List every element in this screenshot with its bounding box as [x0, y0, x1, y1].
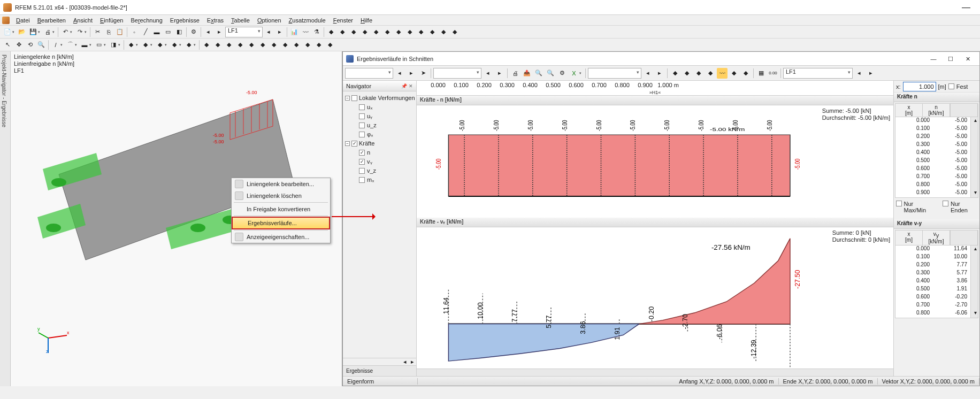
- table-row[interactable]: 0.100-5.00: [895, 125, 978, 133]
- menu-hilfe[interactable]: Hilfe: [357, 16, 376, 25]
- dlg-misc-icon[interactable]: ◆: [705, 68, 716, 79]
- tree-leaf-phix[interactable]: φₓ: [344, 130, 415, 139]
- table-row[interactable]: 0.300-5.00: [895, 141, 978, 149]
- dlg-misc-icon[interactable]: ◆: [693, 68, 704, 79]
- tb-misc-icon[interactable]: ◆: [427, 27, 438, 37]
- dlg-next3-icon[interactable]: ▸: [654, 68, 665, 79]
- tb2-misc-icon[interactable]: ◆: [169, 40, 180, 50]
- charts-hscroll[interactable]: [417, 369, 893, 376]
- tb-prev-icon[interactable]: ◂: [203, 27, 213, 37]
- tb2-misc-icon[interactable]: ◆: [302, 40, 313, 50]
- table-row[interactable]: 0.700-5.00: [895, 173, 978, 181]
- menu-einfuegen[interactable]: Einfügen: [97, 16, 126, 25]
- table-row[interactable]: 0.800-5.00: [895, 181, 978, 189]
- fest-checkbox[interactable]: [948, 83, 954, 89]
- tb2-rotate-icon[interactable]: ⟲: [25, 40, 35, 50]
- cm-convert-release[interactable]: In Freigabe konvertieren: [232, 203, 330, 215]
- cm-edit-hinge[interactable]: Liniengelenk bearbeiten...: [232, 178, 330, 190]
- dlg-next-icon[interactable]: ▸: [406, 68, 417, 79]
- menu-ansicht[interactable]: Ansicht: [70, 16, 96, 25]
- dialog-maximize-button[interactable]: ☐: [942, 53, 959, 64]
- table-row[interactable]: 0.700-2.70: [895, 302, 978, 310]
- tb2-misc-icon[interactable]: ◆: [313, 40, 324, 50]
- cm-result-diagrams[interactable]: Ergebnisverläufe...: [232, 217, 330, 229]
- table-row[interactable]: 0.600-0.20: [895, 294, 978, 302]
- tb2-rect-icon[interactable]: ▭: [94, 40, 104, 50]
- tb2-zoom-icon[interactable]: 🔍: [36, 40, 47, 50]
- tb2-misc-icon[interactable]: ◆: [140, 40, 151, 50]
- tb-calc-icon[interactable]: ⚙: [188, 27, 199, 37]
- tb2-misc-icon[interactable]: ◆: [257, 40, 268, 50]
- table-row[interactable]: 0.000-5.00▴: [895, 117, 978, 125]
- table-row[interactable]: 0.900-5.00▾: [895, 189, 978, 197]
- hscroll-right-icon[interactable]: ▸: [409, 358, 416, 365]
- tb-copy-icon[interactable]: ⎘: [103, 27, 114, 37]
- dlg-prev2-icon[interactable]: ◂: [483, 68, 493, 79]
- dlg-export-icon[interactable]: 📤: [522, 68, 532, 79]
- cm-delete-hinge[interactable]: Liniengelenk löschen: [232, 190, 330, 202]
- tb-misc-icon[interactable]: ◆: [416, 27, 426, 37]
- dlg-misc-icon[interactable]: ◆: [729, 68, 739, 79]
- tb-next2-icon[interactable]: ▸: [274, 27, 285, 37]
- dlg-misc-icon[interactable]: ◆: [682, 68, 692, 79]
- tree-leaf-vy[interactable]: ✓vᵧ: [344, 157, 415, 166]
- tb-misc-icon[interactable]: ◆: [449, 27, 460, 37]
- tree-node-forces[interactable]: −✓Kräfte: [344, 139, 415, 148]
- tb2-line-icon[interactable]: /: [50, 40, 61, 50]
- table-row[interactable]: 0.500-5.00: [895, 157, 978, 165]
- tb-misc-icon[interactable]: ◆: [359, 27, 370, 37]
- tb-prev2-icon[interactable]: ◂: [263, 27, 274, 37]
- tb-misc-icon[interactable]: ◆: [393, 27, 404, 37]
- dlg-combo-3[interactable]: [588, 68, 641, 79]
- tb-save-icon[interactable]: 💾: [28, 27, 39, 37]
- dlg-zoomfit-icon[interactable]: 🔍: [533, 68, 544, 79]
- tb2-misc-icon[interactable]: ◆: [212, 40, 223, 50]
- tb-filter-icon[interactable]: ⚗: [311, 27, 322, 37]
- dlg-lf-combo[interactable]: LF1: [783, 68, 853, 79]
- model-viewport[interactable]: Liniengelenke n [kN/m] Linienfreigabe n …: [11, 51, 342, 386]
- dlg-settings-icon[interactable]: ⚙: [557, 68, 568, 79]
- tb-loadcase-combo[interactable]: LF1: [225, 27, 263, 37]
- tb-misc-icon[interactable]: ◆: [382, 27, 393, 37]
- dlg-combo-1[interactable]: [345, 68, 393, 79]
- pin-icon[interactable]: 📌 ✕: [401, 83, 413, 89]
- chart-vy-area[interactable]: Summe: 0 [kN] Durchschnitt: 0 [kN/m] 11.…: [417, 227, 893, 369]
- tb-redo-icon[interactable]: ↷: [74, 27, 85, 37]
- dlg-prev-icon[interactable]: ◂: [394, 68, 405, 79]
- dlg-smooth-icon[interactable]: 〰: [717, 68, 728, 79]
- tb-paste-icon[interactable]: 📋: [114, 27, 125, 37]
- dlg-zoomin-icon[interactable]: 🔍: [545, 68, 556, 79]
- navigator-tab-results[interactable]: Ergebnisse: [343, 365, 416, 376]
- dlg-next2-icon[interactable]: ▸: [494, 68, 505, 79]
- tb-solid-icon[interactable]: ◧: [174, 27, 185, 37]
- tb-undo-icon[interactable]: ↶: [60, 27, 71, 37]
- menu-bearbeiten[interactable]: Bearbeiten: [34, 16, 69, 25]
- nur-enden-checkbox[interactable]: [943, 201, 948, 206]
- table-row[interactable]: 0.4003.86: [895, 278, 978, 286]
- dialog-minimize-button[interactable]: —: [925, 53, 942, 64]
- table-row[interactable]: 0.400-5.00: [895, 149, 978, 157]
- table-row[interactable]: 0.3005.77: [895, 270, 978, 278]
- dialog-close-button[interactable]: ✕: [959, 53, 976, 64]
- dlg-next4-icon[interactable]: ▸: [866, 68, 876, 79]
- dlg-prev4-icon[interactable]: ◂: [854, 68, 864, 79]
- tb-new-icon[interactable]: 📄: [2, 27, 13, 37]
- menu-extras[interactable]: Extras: [204, 16, 227, 25]
- menu-fenster[interactable]: Fenster: [330, 16, 356, 25]
- tree-node-deform[interactable]: −Lokale Verformungen: [344, 94, 415, 103]
- tb2-misc-icon[interactable]: ◆: [201, 40, 212, 50]
- table-row[interactable]: 0.00011.64▴: [895, 245, 978, 254]
- tree-leaf-uz[interactable]: u_z: [344, 121, 415, 130]
- dlg-prev3-icon[interactable]: ◂: [642, 68, 653, 79]
- tb2-pan-icon[interactable]: ✥: [13, 40, 24, 50]
- tb2-misc-icon[interactable]: ◆: [269, 40, 279, 50]
- menu-datei[interactable]: Datei: [13, 16, 33, 25]
- tb-misc-icon[interactable]: ◆: [326, 27, 336, 37]
- tb-deform-icon[interactable]: 〰: [300, 27, 311, 37]
- minimize-button[interactable]: —: [955, 3, 977, 12]
- tb-next-icon[interactable]: ▸: [214, 27, 225, 37]
- tb-cut-icon[interactable]: ✂: [92, 27, 103, 37]
- tree-leaf-ux[interactable]: uₓ: [344, 103, 415, 112]
- tb2-misc-icon[interactable]: ◆: [235, 40, 246, 50]
- tb2-select-icon[interactable]: ↖: [2, 40, 13, 50]
